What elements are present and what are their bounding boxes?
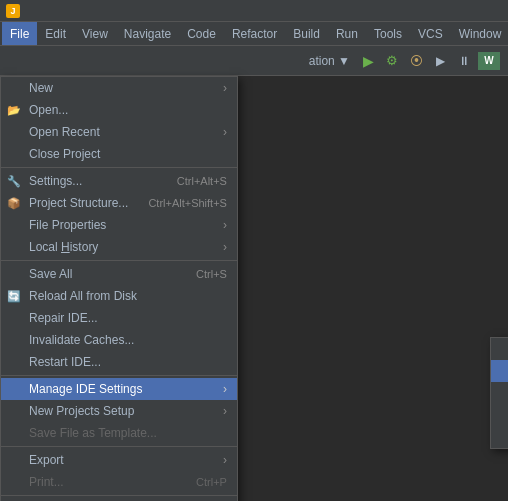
- menu-file[interactable]: File: [2, 22, 37, 45]
- menu-vcs[interactable]: VCS: [410, 22, 451, 45]
- reload-icon: 🔄: [7, 290, 21, 303]
- manage-ide-submenu: Import Settings... Export Settings... Re…: [490, 337, 508, 449]
- menu-item-local-history[interactable]: Local History ›: [1, 236, 237, 258]
- separator-3: [1, 375, 237, 376]
- menu-item-file-properties[interactable]: File Properties ›: [1, 214, 237, 236]
- menu-item-save-as-template: Save File as Template...: [1, 422, 237, 444]
- menu-code[interactable]: Code: [179, 22, 224, 45]
- file-dropdown: New › 📂 Open... Open Recent › Close Proj…: [0, 76, 238, 501]
- menu-edit[interactable]: Edit: [37, 22, 74, 45]
- run-button[interactable]: ▶: [358, 51, 378, 71]
- menu-tools[interactable]: Tools: [366, 22, 410, 45]
- coverage-button[interactable]: ⦿: [406, 51, 426, 71]
- config-label: ation ▼: [309, 54, 350, 68]
- submenu-settings-repo[interactable]: Settings Repository...: [491, 404, 508, 426]
- menu-item-export[interactable]: Export ›: [1, 449, 237, 471]
- menu-item-invalidate[interactable]: Invalidate Caches...: [1, 329, 237, 351]
- menu-refactor[interactable]: Refactor: [224, 22, 285, 45]
- menu-item-new[interactable]: New ›: [1, 77, 237, 99]
- title-bar: J: [0, 0, 508, 22]
- submenu-sync-settings: Sync with Settings Repository ›: [491, 426, 508, 448]
- menu-item-project-structure[interactable]: 📦 Project Structure... Ctrl+Alt+Shift+S: [1, 192, 237, 214]
- project-icon: 📦: [7, 197, 21, 210]
- menu-window[interactable]: Window: [451, 22, 508, 45]
- submenu-export-settings[interactable]: Export Settings...: [491, 360, 508, 382]
- menu-item-open[interactable]: 📂 Open...: [1, 99, 237, 121]
- menu-run[interactable]: Run: [328, 22, 366, 45]
- submenu-import-settings[interactable]: Import Settings...: [491, 338, 508, 360]
- menu-navigate[interactable]: Navigate: [116, 22, 179, 45]
- toolbar: ation ▼ ▶ ⚙ ⦿ ▶ ⏸ W: [0, 46, 508, 76]
- submenu-restore-defaults[interactable]: Restore Default Settings...: [491, 382, 508, 404]
- pause-button[interactable]: ⏸: [454, 51, 474, 71]
- build-button[interactable]: ⚙: [382, 51, 402, 71]
- menu-item-open-recent[interactable]: Open Recent ›: [1, 121, 237, 143]
- w-button[interactable]: W: [478, 52, 500, 70]
- menu-item-new-projects-setup[interactable]: New Projects Setup ›: [1, 400, 237, 422]
- menu-bar: File Edit View Navigate Code Refactor Bu…: [0, 22, 508, 46]
- menu-view[interactable]: View: [74, 22, 116, 45]
- app-icon: J: [6, 4, 20, 18]
- separator-5: [1, 495, 237, 496]
- separator-1: [1, 167, 237, 168]
- menu-item-settings[interactable]: 🔧 Settings... Ctrl+Alt+S: [1, 170, 237, 192]
- separator-2: [1, 260, 237, 261]
- menu-item-print: Print... Ctrl+P: [1, 471, 237, 493]
- menu-item-manage-ide[interactable]: Manage IDE Settings ›: [1, 378, 237, 400]
- menu-item-close-project[interactable]: Close Project: [1, 143, 237, 165]
- separator-4: [1, 446, 237, 447]
- main-area: New › 📂 Open... Open Recent › Close Proj…: [0, 76, 508, 501]
- menu-item-reload[interactable]: 🔄 Reload All from Disk: [1, 285, 237, 307]
- menu-item-save-all[interactable]: Save All Ctrl+S: [1, 263, 237, 285]
- menu-build[interactable]: Build: [285, 22, 328, 45]
- menu-item-restart[interactable]: Restart IDE...: [1, 351, 237, 373]
- settings-icon: 🔧: [7, 175, 21, 188]
- menu-item-repair-ide[interactable]: Repair IDE...: [1, 307, 237, 329]
- profile-button[interactable]: ▶: [430, 51, 450, 71]
- open-icon: 📂: [7, 104, 21, 117]
